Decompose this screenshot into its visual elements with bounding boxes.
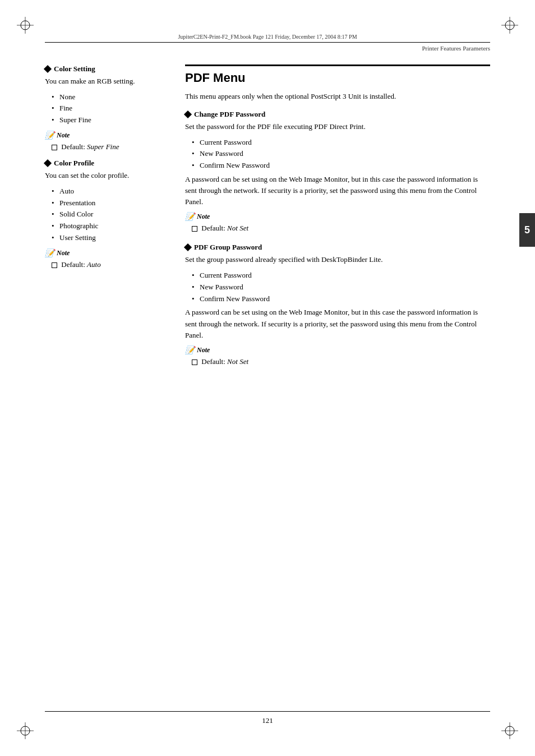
page: JupiterC2EN-Print-F2_FM.book Page 121 Fr…	[0, 0, 535, 756]
list-item: Confirm New Password	[192, 160, 490, 172]
pdf-menu-intro: This menu appears only when the optional…	[185, 91, 490, 102]
right-column: PDF Menu This menu appears only when the…	[185, 64, 490, 700]
corner-mark-tl	[17, 17, 34, 34]
note-text: Default: Auto	[52, 259, 168, 270]
header-rule	[45, 42, 490, 43]
corner-mark-br	[501, 722, 518, 739]
list-item: Current Password	[192, 270, 490, 282]
note-text: Default: Not Set	[192, 356, 490, 367]
pdf-menu-title: PDF Menu	[185, 64, 490, 85]
diamond-icon	[44, 65, 52, 73]
list-item: Confirm New Password	[192, 293, 490, 305]
left-column: Color Setting You can make an RGB settin…	[45, 64, 168, 700]
page-title: Printer Features Parameters	[45, 45, 490, 52]
color-setting-body: You can make an RGB setting.	[45, 76, 168, 87]
list-item: Super Fine	[52, 114, 168, 126]
footer: 121	[45, 711, 490, 725]
change-pdf-password-body: Set the password for the PDF file execut…	[185, 121, 490, 132]
list-item: Auto	[52, 186, 168, 197]
list-item: None	[52, 91, 168, 103]
checkbox-icon	[192, 359, 197, 365]
list-item: Photographic	[52, 220, 168, 232]
note-heading: 📝 Note	[185, 345, 490, 355]
main-content: Color Setting You can make an RGB settin…	[45, 64, 490, 700]
note-icon: 📝	[185, 212, 195, 222]
pdf-group-password-body: Set the group password already specified…	[185, 254, 490, 265]
list-item: User Setting	[52, 232, 168, 244]
note-icon: 📝	[45, 131, 54, 140]
pdf-group-password-section: PDF Group Password Set the group passwor…	[185, 243, 490, 367]
list-item: Current Password	[192, 137, 490, 149]
color-setting-list: None Fine Super Fine	[52, 91, 168, 126]
checkbox-icon	[192, 226, 197, 232]
diamond-icon	[184, 243, 192, 251]
file-info: JupiterC2EN-Print-F2_FM.book Page 121 Fr…	[45, 34, 490, 40]
change-pdf-password-list: Current Password New Password Confirm Ne…	[192, 137, 490, 172]
diamond-icon	[184, 110, 192, 118]
corner-mark-tr	[501, 17, 518, 34]
note-text: Default: Super Fine	[52, 141, 168, 153]
color-profile-list: Auto Presentation Solid Color Photograph…	[52, 186, 168, 244]
pdf-group-password-list: Current Password New Password Confirm Ne…	[192, 270, 490, 305]
page-number: 121	[262, 716, 273, 725]
color-profile-section: Color Profile You can set the color prof…	[45, 159, 168, 270]
corner-mark-bl	[17, 722, 34, 739]
color-profile-note: 📝 Note Default: Auto	[45, 248, 168, 270]
note-text: Default: Not Set	[192, 223, 490, 234]
list-item: New Password	[192, 148, 490, 160]
chapter-tab: 5	[519, 213, 535, 247]
color-profile-heading: Color Profile	[45, 159, 168, 168]
note-heading: 📝 Note	[45, 248, 168, 258]
pdf-group-password-heading: PDF Group Password	[185, 243, 490, 252]
pdf-group-password-body2: A password can be set using on the Web I…	[185, 307, 490, 340]
color-profile-body: You can set the color profile.	[45, 170, 168, 181]
note-heading: 📝 Note	[45, 131, 168, 140]
change-pdf-password-heading: Change PDF Password	[185, 110, 490, 119]
color-setting-section: Color Setting You can make an RGB settin…	[45, 64, 168, 152]
change-pdf-password-note: 📝 Note Default: Not Set	[185, 212, 490, 234]
diamond-icon	[44, 159, 52, 167]
note-heading: 📝 Note	[185, 212, 490, 222]
change-pdf-password-body2: A password can be set using on the Web I…	[185, 174, 490, 208]
color-setting-heading: Color Setting	[45, 64, 168, 73]
change-pdf-password-section: Change PDF Password Set the password for…	[185, 110, 490, 234]
list-item: New Password	[192, 282, 490, 293]
note-icon: 📝	[185, 345, 195, 355]
list-item: Solid Color	[52, 209, 168, 220]
checkbox-icon	[52, 145, 57, 150]
checkbox-icon	[52, 262, 57, 268]
chapter-number: 5	[524, 224, 530, 236]
list-item: Presentation	[52, 197, 168, 209]
pdf-group-password-note: 📝 Note Default: Not Set	[185, 345, 490, 367]
color-setting-note: 📝 Note Default: Super Fine	[45, 131, 168, 153]
list-item: Fine	[52, 103, 168, 114]
header: JupiterC2EN-Print-F2_FM.book Page 121 Fr…	[45, 34, 490, 52]
note-icon: 📝	[45, 248, 54, 258]
